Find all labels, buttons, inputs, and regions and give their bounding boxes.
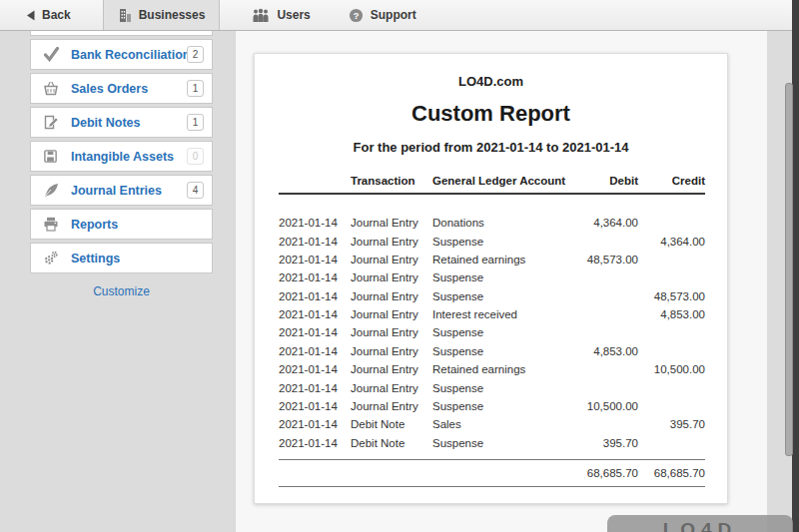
table-row: 2021-01-14 Journal Entry Suspense 4,853.… [279, 342, 705, 360]
sidebar-item-sales-orders[interactable]: Sales Orders 1 [30, 73, 213, 104]
cell-transaction: Debit Note [351, 415, 432, 433]
sidebar-item-label: Intangible Assets [71, 150, 187, 164]
cell-date: 2021-01-14 [279, 287, 351, 305]
count-badge: 1 [187, 114, 204, 131]
table-row: 2021-01-14 Journal Entry Retained earnin… [279, 251, 705, 268]
cell-account: Suspense [432, 397, 572, 415]
table-row: 2021-01-14 Journal Entry Suspense [279, 268, 705, 286]
cell-credit [638, 342, 705, 360]
totals-row: 68,685.70 68,685.70 [279, 460, 705, 487]
sidebar-item-journal-entries[interactable]: Journal Entries 4 [30, 175, 213, 206]
cell-account: Suspense [432, 434, 572, 452]
spacer-row [279, 194, 705, 214]
vertical-scrollbar-track[interactable] [792, 0, 799, 532]
total-credit: 68,685.70 [638, 460, 705, 487]
total-debit: 68,685.70 [572, 460, 638, 487]
cell-account: Interest received [432, 305, 572, 323]
users-icon [252, 8, 270, 23]
top-navigation-bar: Back Businesses Users ? [0, 0, 792, 31]
cell-credit: 48,573.00 [638, 287, 705, 305]
cell-date: 2021-01-14 [279, 305, 351, 323]
sidebar-item-intangible-assets[interactable]: Intangible Assets 0 [30, 141, 213, 172]
table-row: 2021-01-14 Journal Entry Suspense [279, 378, 705, 396]
spacer-row [279, 452, 705, 460]
cell-debit [572, 378, 638, 396]
cell-account: Donations [432, 214, 572, 232]
count-badge: 1 [187, 80, 204, 97]
cell-account: Suspense [432, 268, 572, 286]
back-label: Back [42, 8, 71, 22]
cell-credit [638, 214, 705, 232]
printer-icon [43, 217, 61, 233]
sidebar-item-label: Settings [71, 252, 187, 266]
sidebar-item-label: Journal Entries [71, 184, 187, 198]
tab-users-label: Users [277, 8, 310, 22]
cell-credit [638, 397, 705, 415]
cell-account: Suspense [432, 378, 572, 396]
cell-credit: 395.70 [638, 415, 705, 433]
back-arrow-icon [26, 10, 35, 21]
sidebar-item-settings[interactable]: Settings [30, 243, 213, 273]
col-credit: Credit [638, 171, 705, 194]
table-row: 2021-01-14 Debit Note Sales 395.70 [279, 415, 705, 433]
tab-support[interactable]: ? Support [343, 0, 422, 30]
back-button[interactable]: Back [20, 0, 77, 30]
cell-account: Suspense [432, 287, 572, 305]
disk-icon [43, 149, 61, 165]
svg-text:?: ? [353, 10, 359, 20]
sidebar-item-label: Bank Reconciliations [71, 48, 187, 62]
report-title: Custom Report [255, 101, 727, 127]
sidebar-item-bank-reconciliations[interactable]: Bank Reconciliations 2 [30, 39, 213, 70]
tab-businesses-label: Businesses [139, 8, 206, 22]
cell-account: Suspense [432, 232, 572, 250]
sidebar-item-label: Debit Notes [71, 116, 187, 130]
sidebar-item-label: Reports [71, 218, 187, 232]
cell-debit [572, 232, 638, 250]
main-content: LO4D.com Custom Report For the period fr… [235, 31, 767, 532]
tab-users[interactable]: Users [246, 0, 316, 30]
sidebar-item-debit-notes[interactable]: Debit Notes 1 [30, 107, 213, 138]
cell-date: 2021-01-14 [279, 415, 351, 433]
cell-date: 2021-01-14 [279, 378, 351, 396]
check-icon [43, 47, 61, 63]
cell-credit [638, 434, 705, 452]
quill-icon [43, 183, 61, 199]
cell-transaction: Journal Entry [351, 397, 432, 415]
cell-credit [638, 268, 705, 286]
sidebar: Bank Reconciliations 2 Sales Orders 1 De… [30, 31, 213, 298]
table-row: 2021-01-14 Journal Entry Suspense [279, 323, 705, 341]
cell-transaction: Journal Entry [351, 251, 432, 268]
report-page: LO4D.com Custom Report For the period fr… [254, 53, 728, 504]
cell-transaction: Journal Entry [351, 360, 432, 378]
sidebar-item-reports[interactable]: Reports [30, 209, 213, 240]
cell-date: 2021-01-14 [279, 268, 351, 286]
col-account: General Ledger Account [432, 171, 572, 194]
cell-transaction: Debit Note [351, 434, 432, 452]
note-pencil-icon [43, 115, 61, 131]
cell-account: Sales [432, 415, 572, 433]
cell-debit: 4,853.00 [572, 342, 638, 360]
cell-debit [572, 360, 638, 378]
cell-debit [572, 287, 638, 305]
cell-date: 2021-01-14 [279, 232, 351, 250]
col-debit: Debit [572, 171, 638, 194]
col-transaction: Transaction [351, 171, 432, 194]
company-name: LO4D.com [255, 74, 727, 89]
cell-debit [572, 268, 638, 286]
cell-date: 2021-01-14 [279, 434, 351, 452]
report-table: Transaction General Ledger Account Debit… [279, 171, 705, 487]
tab-businesses[interactable]: Businesses [103, 0, 221, 30]
cell-date: 2021-01-14 [279, 214, 351, 232]
cell-credit [638, 323, 705, 341]
sidebar-clipped-item [30, 31, 213, 36]
count-badge: 4 [187, 182, 204, 199]
col-date [279, 171, 351, 194]
watermark-logo: LO4D [607, 515, 793, 532]
customize-link[interactable]: Customize [30, 284, 213, 298]
watermark-label: LO4D [663, 519, 738, 532]
cell-credit: 10,500.00 [638, 360, 705, 378]
vertical-scrollbar-thumb[interactable] [785, 83, 793, 456]
table-header-row: Transaction General Ledger Account Debit… [279, 171, 705, 194]
table-row: 2021-01-14 Debit Note Suspense 395.70 [279, 434, 705, 452]
tab-support-label: Support [371, 8, 416, 22]
